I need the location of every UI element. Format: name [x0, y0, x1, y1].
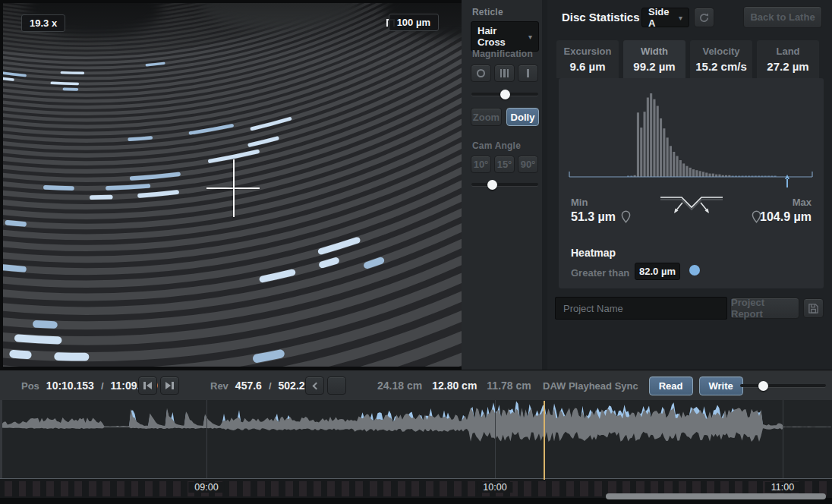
slider-track[interactable]: [471, 183, 538, 186]
time-label: 10:00: [477, 482, 512, 493]
chevron-down-icon: ▾: [528, 33, 532, 41]
refresh-icon: [698, 12, 710, 24]
reticle-select[interactable]: Hair Cross ▾: [471, 21, 539, 52]
timeline-gridline: [495, 400, 496, 478]
chevron-left-icon: [312, 382, 320, 389]
groove-cross-section-icon: [659, 189, 724, 224]
heatmap-color-swatch[interactable]: [689, 265, 700, 276]
side-select-value: Side A: [648, 6, 674, 29]
timeline-gridline: [783, 400, 783, 478]
daw-sync-label: DAW Playhead Sync: [543, 380, 638, 392]
scale-badge: 100 µm: [389, 14, 439, 31]
rev-total: 502.2: [279, 380, 305, 392]
daw-write-button[interactable]: Write: [699, 376, 743, 395]
heatmap-title: Heatmap: [571, 247, 616, 259]
mag-mode-triple-button[interactable]: [494, 65, 515, 82]
app-window: 19.3 x 100 µm Reticle Hair Cross ▾ Magni…: [0, 0, 832, 504]
width-histogram[interactable]: [565, 81, 818, 191]
refresh-button[interactable]: [694, 8, 714, 27]
stat-tabs: Excursion 9.6 µm Width 99.2 µm Velocity …: [556, 40, 819, 78]
magnification-section-label: Magnification: [472, 49, 533, 59]
reticle-select-value: Hair Cross: [477, 25, 524, 48]
tab-label: Land: [776, 46, 799, 57]
magnification-badge: 19.3 x: [21, 14, 65, 32]
project-report-button[interactable]: Project Report: [730, 298, 799, 319]
panel-edge: [0, 400, 2, 478]
tab-land[interactable]: Land 27.2 µm: [757, 40, 819, 78]
skip-to-end-icon: [165, 380, 174, 392]
horizontal-scrollbar[interactable]: [606, 493, 826, 499]
cam-angle-15-button[interactable]: 15°: [494, 156, 515, 173]
tab-value: 9.6 µm: [570, 60, 606, 73]
width-stats-card: Min 51.3 µm Max 104.9 µm Heatmap Greater…: [559, 78, 824, 288]
tab-width[interactable]: Width 99.2 µm: [623, 40, 685, 78]
side-select[interactable]: Side A ▾: [641, 8, 689, 27]
heatmap-threshold-input[interactable]: 82.0 µm: [635, 263, 680, 280]
pos-separator: /: [101, 380, 104, 392]
disc-statistics-panel: Disc Statistics Side A ▾ Back to Lathe E…: [547, 0, 832, 370]
slider-handle[interactable]: [487, 180, 497, 190]
waveform-zoom-slider[interactable]: [740, 381, 826, 390]
transport-bar: Pos 10:10.153 / 11:09.559 Rev 457.6 / 50…: [0, 370, 832, 400]
save-report-button[interactable]: [803, 298, 824, 318]
waveform-display[interactable]: [0, 400, 832, 478]
time-label: 09:00: [188, 482, 224, 493]
cam-angle-10-button[interactable]: 10°: [471, 156, 491, 173]
skip-to-start-icon: [143, 380, 152, 392]
mag-mode-single-button[interactable]: [518, 65, 538, 82]
max-value: 104.9 µm: [760, 210, 812, 224]
cam-angle-slider[interactable]: [471, 180, 538, 189]
skip-to-end-button[interactable]: [160, 376, 179, 395]
heatmap-condition-label: Greater than: [571, 267, 629, 279]
daw-read-button[interactable]: Read: [649, 376, 693, 395]
location-pin-icon[interactable]: [621, 210, 631, 223]
playhead-marker[interactable]: [544, 401, 545, 480]
skip-to-start-button[interactable]: [138, 376, 157, 395]
radius-end: 11.78 cm: [487, 380, 531, 392]
next-rev-button[interactable]: [327, 376, 346, 395]
single-line-icon: [527, 69, 529, 77]
tab-label: Velocity: [702, 46, 739, 57]
time-label: 11:00: [765, 482, 800, 493]
panel-title: Disc Statistics: [562, 11, 640, 24]
rev-label: Rev: [210, 380, 228, 392]
save-icon: [808, 303, 819, 314]
tab-label: Width: [641, 46, 668, 57]
chevron-down-icon: ▾: [679, 14, 682, 22]
zoom-mode-button[interactable]: Zoom: [471, 108, 502, 126]
project-name-input[interactable]: [555, 297, 727, 320]
min-value: 51.3 µm: [571, 210, 616, 224]
dolly-mode-button[interactable]: Dolly: [506, 108, 539, 126]
max-label: Max: [793, 197, 812, 208]
slider-track[interactable]: [740, 384, 826, 387]
slider-handle[interactable]: [500, 90, 510, 99]
pos-current: 10:10.153: [46, 380, 94, 392]
circle-reticle-icon: [477, 69, 485, 77]
radius-current: 12.80 cm: [432, 380, 477, 392]
crosshair-reticle: [233, 159, 235, 217]
slider-handle[interactable]: [758, 381, 768, 391]
tab-value: 99.2 µm: [633, 60, 675, 73]
rev-current: 457.6: [235, 380, 262, 392]
previous-rev-button[interactable]: [305, 376, 324, 395]
cam-angle-90-button[interactable]: 90°: [518, 156, 538, 173]
tab-velocity[interactable]: Velocity 15.2 cm/s: [690, 40, 752, 78]
waveform-graph: [0, 400, 832, 478]
groove-render: [3, 3, 462, 367]
reticle-section-label: Reticle: [472, 7, 503, 17]
cam-angle-section-label: Cam Angle: [472, 140, 521, 151]
back-to-lathe-button[interactable]: Back to Lathe: [743, 6, 822, 28]
mag-mode-circle-button[interactable]: [471, 65, 491, 82]
pos-label: Pos: [21, 380, 39, 392]
min-label: Min: [571, 197, 588, 208]
triple-line-icon: [500, 69, 509, 77]
rev-separator: /: [269, 380, 272, 392]
tab-value: 15.2 cm/s: [695, 60, 747, 73]
magnification-slider[interactable]: [471, 90, 538, 99]
timeline-gridline: [206, 400, 207, 478]
view-controls-panel: Reticle Hair Cross ▾ Magnification Zoom …: [462, 0, 547, 370]
tab-label: Excursion: [564, 46, 612, 57]
tab-value: 27.2 µm: [767, 60, 808, 73]
groove-3d-viewport[interactable]: 19.3 x 100 µm: [3, 3, 462, 367]
tab-excursion[interactable]: Excursion 9.6 µm: [556, 40, 619, 78]
